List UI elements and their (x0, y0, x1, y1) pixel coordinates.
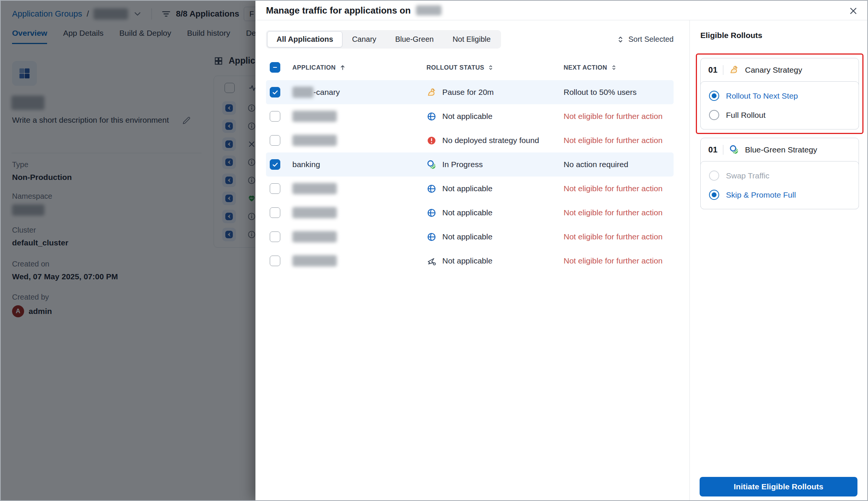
next-action: Rollout to 50% users (564, 88, 674, 97)
option-label: Rollout To Next Step (726, 91, 798, 101)
next-action: Not eligible for further action (564, 184, 674, 193)
option-label: Full Rollout (726, 111, 766, 120)
rollout-status-text: Not applicable (442, 112, 492, 121)
option-swap-traffic[interactable]: Swap Traffic (709, 171, 850, 181)
check-icon (272, 161, 279, 168)
sort-selected-label: Sort Selected (628, 35, 674, 44)
next-action: Not eligible for further action (564, 208, 674, 217)
bluegreen-status-icon (426, 160, 437, 170)
redacted-application-name (292, 231, 337, 242)
vertical-divider (723, 145, 723, 155)
column-header-rollout-status[interactable]: ROLLOUT STATUS (426, 64, 564, 71)
checkbox-cell (270, 183, 292, 194)
radio-swap-traffic[interactable] (709, 171, 719, 181)
annotation-highlight: 01Canary StrategyRollout To Next StepFul… (696, 53, 863, 134)
checkbox-cell (270, 207, 292, 218)
row-checkbox[interactable] (270, 135, 280, 146)
radio-rollout-to-next-step[interactable] (709, 91, 719, 101)
sphere-status-icon (426, 232, 437, 242)
row-checkbox[interactable] (270, 159, 280, 170)
table-row: bankingIn ProgressNo action required (266, 152, 674, 177)
tab-blue-green[interactable]: Blue-Green (386, 31, 443, 47)
checkbox-cell (270, 256, 292, 266)
application-name (292, 207, 426, 218)
sort-both-icon (611, 64, 617, 71)
sphere-status-icon (426, 184, 437, 194)
application-name (292, 111, 426, 122)
application-name (292, 183, 426, 194)
rollout-status: Not applicable (426, 111, 564, 122)
option-rollout-to-next-step[interactable]: Rollout To Next Step (709, 91, 850, 101)
rollout-status-text: Not applicable (442, 208, 492, 217)
radio-full-rollout[interactable] (709, 110, 719, 120)
rollout-status: Not applicable (426, 184, 564, 194)
tab-canary[interactable]: Canary (342, 31, 385, 47)
rocket-status-icon (426, 256, 437, 266)
next-action: Not eligible for further action (564, 256, 674, 265)
rollout-status: Pause for 20m (426, 87, 564, 97)
modal-titlebar: Manage traffic for applications on (255, 1, 867, 20)
table-row: Not applicableNot eligible for further a… (266, 225, 674, 249)
sphere-status-icon (426, 208, 437, 218)
sort-selected-button[interactable]: Sort Selected (616, 35, 674, 44)
application-name (292, 231, 426, 242)
sort-asc-icon (339, 64, 346, 71)
redacted-application-name (292, 255, 337, 266)
rollout-status-text: Not applicable (442, 256, 492, 265)
table-header: APPLICATIONROLLOUT STATUSNEXT ACTION (266, 62, 674, 80)
application-name: banking (292, 160, 426, 169)
column-label: APPLICATION (292, 64, 336, 71)
strategy-options: Rollout To Next StepFull Rollout (700, 81, 859, 129)
eligible-rollouts-title: Eligible Rollouts (700, 31, 859, 40)
column-label: ROLLOUT STATUS (426, 64, 484, 71)
application-filter-tabs: All ApplicationsCanaryBlue-GreenNot Elig… (266, 30, 501, 49)
strategy-index: 01 (708, 65, 717, 75)
select-all-checkbox[interactable] (270, 62, 280, 73)
redacted-name-prefix (292, 87, 313, 98)
option-skip-promote-full[interactable]: Skip & Promote Full (709, 190, 850, 200)
strategy-name: Blue-Green Strategy (745, 145, 817, 154)
check-icon (272, 89, 279, 96)
table-row: Not applicableNot eligible for further a… (266, 104, 674, 128)
manage-traffic-modal: Manage traffic for applications on All A… (255, 1, 867, 500)
checkbox-cell (270, 87, 292, 97)
initiate-eligible-rollouts-button[interactable]: Initiate Eligible Rollouts (700, 477, 857, 496)
checkbox-cell (270, 135, 292, 146)
row-checkbox[interactable] (270, 256, 280, 266)
table-row: Not applicableNot eligible for further a… (266, 249, 674, 273)
close-icon[interactable] (846, 4, 860, 18)
next-action: Not eligible for further action (564, 112, 674, 121)
row-checkbox[interactable] (270, 111, 280, 122)
column-header-application[interactable]: APPLICATION (292, 64, 426, 71)
table-row: Not applicableNot eligible for further a… (266, 177, 674, 201)
table-row: No deployed strategy foundNot eligible f… (266, 128, 674, 152)
tab-all-applications[interactable]: All Applications (267, 31, 342, 47)
redacted-application-name (292, 135, 337, 146)
rollout-status: Not applicable (426, 208, 564, 218)
redacted-application-name (292, 207, 337, 218)
tab-not-eligible[interactable]: Not Eligible (443, 31, 500, 47)
strategy-index: 01 (708, 145, 717, 155)
row-checkbox[interactable] (270, 87, 280, 97)
redacted-application-name (292, 183, 337, 194)
checkbox-cell (270, 159, 292, 170)
application-name-text: -canary (313, 88, 340, 97)
column-header-next-action[interactable]: NEXT ACTION (564, 64, 674, 71)
row-checkbox[interactable] (270, 183, 280, 194)
option-full-rollout[interactable]: Full Rollout (709, 110, 850, 120)
strategy-card-header: 01Blue-Green Strategy (701, 138, 859, 161)
application-name-text: banking (292, 160, 320, 169)
panel-footer: Initiate Eligible Rollouts (690, 471, 867, 500)
row-checkbox[interactable] (270, 207, 280, 218)
modal-title: Manage traffic for applications on (266, 5, 411, 16)
redacted-application-name (292, 111, 337, 122)
bluegreen-strategy-icon (729, 145, 739, 155)
canary-status-icon (426, 87, 437, 97)
applications-table: APPLICATIONROLLOUT STATUSNEXT ACTION -ca… (266, 62, 674, 273)
rollout-status: No deployed strategy found (426, 136, 564, 146)
table-row: -canaryPause for 20mRollout to 50% users (266, 80, 674, 104)
error-status-icon (426, 136, 437, 146)
row-checkbox[interactable] (270, 231, 280, 242)
strategy-card-header: 01Canary Strategy (701, 58, 859, 81)
radio-skip-promote-full[interactable] (709, 190, 719, 200)
